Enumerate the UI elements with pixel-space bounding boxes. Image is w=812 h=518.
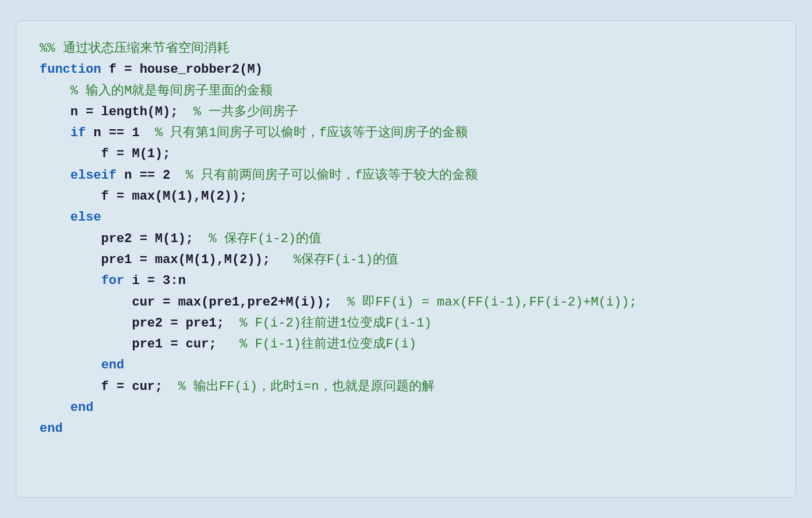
code-token: % 即FF(i) = max(FF(i-1),FF(i-2)+M(i)); xyxy=(347,295,637,310)
code-token: function xyxy=(40,62,101,77)
code-token: n == 1 xyxy=(86,126,155,140)
code-line: end xyxy=(40,398,772,418)
code-line: f = max(M(1),M(2)); xyxy=(40,186,772,207)
code-line: end xyxy=(40,355,772,376)
code-line: f = cur; % 输出FF(i)，此时i=n，也就是原问题的解 xyxy=(40,377,772,398)
code-token: %% 通过状态压缩来节省空间消耗 xyxy=(40,41,230,56)
code-token: elseif xyxy=(70,168,116,183)
code-token: f = M(1); xyxy=(40,147,170,161)
code-line: pre1 = cur; % F(i-1)往前进1位变成F(i) xyxy=(40,334,772,355)
code-token: cur = max(pre1,pre2+M(i)); xyxy=(40,295,347,310)
code-token: else xyxy=(70,210,101,225)
code-token: % 一共多少间房子 xyxy=(193,105,298,119)
code-line: if n == 1 % 只有第1间房子可以偷时，f应该等于这间房子的金额 xyxy=(40,123,772,144)
code-token: % 输出FF(i)，此时i=n，也就是原问题的解 xyxy=(178,379,435,394)
code-token: f = max(M(1),M(2)); xyxy=(40,189,247,204)
code-token: pre1 = max(M(1),M(2)); xyxy=(40,253,294,267)
code-token: % 输入的M就是每间房子里面的金额 xyxy=(70,84,273,98)
code-token: % 只有前两间房子可以偷时，f应该等于较大的金额 xyxy=(186,168,478,183)
code-line: %% 通过状态压缩来节省空间消耗 xyxy=(40,38,772,59)
code-token: end xyxy=(70,400,94,415)
code-token: n == 2 xyxy=(116,168,186,183)
code-token: pre2 = M(1); xyxy=(40,232,209,246)
code-container: %% 通过状态压缩来节省空间消耗function f = house_robbe… xyxy=(16,20,796,498)
code-line: % 输入的M就是每间房子里面的金额 xyxy=(40,81,772,102)
code-token: f = cur; xyxy=(40,379,178,394)
code-line: end xyxy=(40,418,772,439)
code-line: n = length(M); % 一共多少间房子 xyxy=(40,102,772,123)
code-line: pre2 = pre1; % F(i-2)往前进1位变成F(i-1) xyxy=(40,313,772,334)
code-token xyxy=(40,210,70,225)
code-line: pre1 = max(M(1),M(2)); %保存F(i-1)的值 xyxy=(40,250,772,271)
code-token xyxy=(40,400,70,415)
code-token: for xyxy=(101,274,125,288)
code-token: n = length(M); xyxy=(40,105,193,119)
code-token: % F(i-1)往前进1位变成F(i) xyxy=(239,337,416,352)
code-token: % 只有第1间房子可以偷时，f应该等于这间房子的金额 xyxy=(155,126,468,140)
code-token: pre1 = cur; xyxy=(40,337,239,352)
code-token xyxy=(40,126,70,140)
code-token: f = house_robber2(M) xyxy=(101,62,263,77)
code-line: elseif n == 2 % 只有前两间房子可以偷时，f应该等于较大的金额 xyxy=(40,165,772,186)
code-token: pre2 = pre1; xyxy=(40,316,239,331)
code-token xyxy=(40,84,70,98)
code-token: % F(i-2)往前进1位变成F(i-1) xyxy=(239,316,432,331)
code-token xyxy=(40,274,101,288)
code-token: %保存F(i-1)的值 xyxy=(294,253,398,267)
code-line: else xyxy=(40,207,772,228)
code-line: function f = house_robber2(M) xyxy=(40,59,772,80)
code-token xyxy=(40,358,101,372)
code-token: % 保存F(i-2)的值 xyxy=(209,232,322,246)
code-line: f = M(1); xyxy=(40,144,772,165)
code-token: if xyxy=(70,126,86,140)
code-line: pre2 = M(1); % 保存F(i-2)的值 xyxy=(40,229,772,250)
code-token: end xyxy=(101,358,125,372)
code-token: end xyxy=(40,421,63,436)
code-line: cur = max(pre1,pre2+M(i)); % 即FF(i) = ma… xyxy=(40,292,772,313)
code-block: %% 通过状态压缩来节省空间消耗function f = house_robbe… xyxy=(40,38,772,440)
code-line: for i = 3:n xyxy=(40,271,772,292)
code-token: i = 3:n xyxy=(124,274,186,288)
code-token xyxy=(40,168,70,183)
